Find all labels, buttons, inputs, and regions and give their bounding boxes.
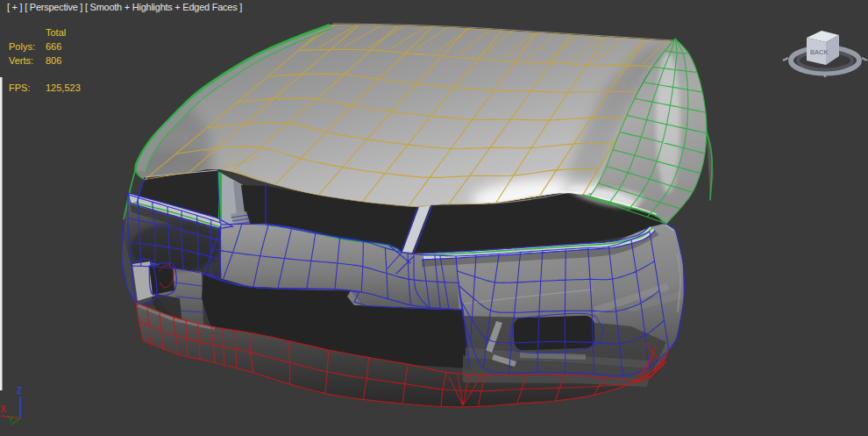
svg-text:[ + ] [ Perspective ] [ Smooth: [ + ] [ Perspective ] [ Smooth + Highlig… [7, 2, 242, 12]
svg-text:Polys:: Polys: [9, 41, 35, 52]
svg-text:FPS:: FPS: [9, 82, 30, 93]
svg-text:BACK: BACK [810, 48, 828, 56]
svg-text:Z: Z [17, 386, 22, 396]
svg-text:125,523: 125,523 [46, 82, 81, 93]
svg-text:X: X [0, 404, 6, 414]
svg-text:666: 666 [46, 41, 61, 52]
svg-text:Verts:: Verts: [9, 55, 33, 66]
svg-text:806: 806 [46, 55, 61, 66]
svg-text:Y: Y [8, 415, 14, 425]
svg-text:Total: Total [46, 27, 66, 38]
